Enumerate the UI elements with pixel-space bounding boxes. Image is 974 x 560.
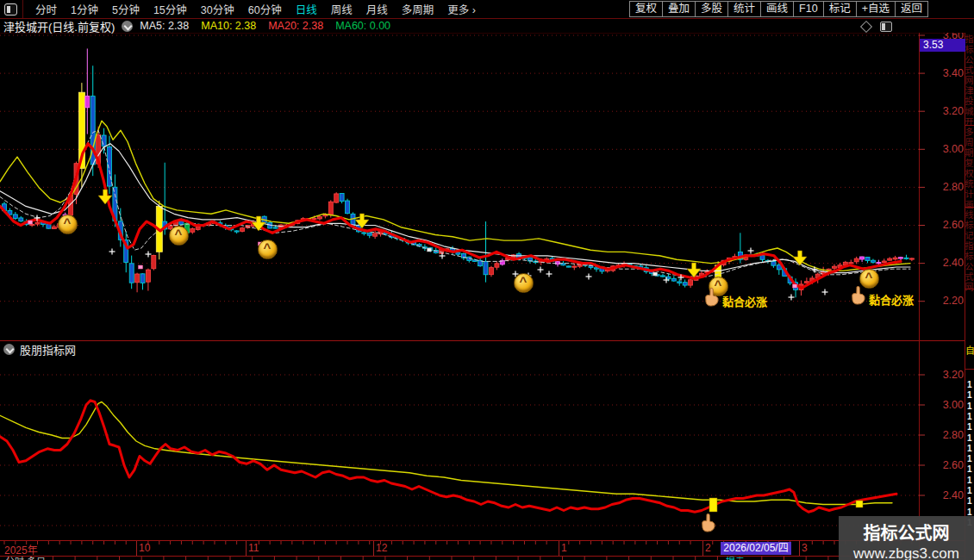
menu-item-period[interactable]: 60分钟 — [241, 1, 289, 17]
candle-body — [671, 278, 676, 281]
white-dot-marker — [653, 272, 658, 276]
pink-dot-marker — [793, 284, 797, 288]
candle-body — [677, 282, 682, 283]
candle-body — [854, 258, 858, 262]
candle-body — [240, 228, 245, 232]
white-dot-marker — [428, 248, 432, 252]
price-axis-label: 2.60 — [922, 459, 964, 471]
period-menu: 分时1分钟5分钟15分钟30分钟60分钟日线周线月线多周期更多 › — [28, 1, 483, 17]
chart-canvas[interactable] — [0, 0, 974, 560]
price-axis-label: 2.80 — [922, 429, 964, 441]
coin-signal-icon: ^ — [58, 215, 78, 234]
menu-item-period[interactable]: 分时 — [28, 1, 64, 17]
chevron-down-icon[interactable] — [3, 344, 15, 355]
candle-body — [566, 266, 571, 267]
menu-item-period[interactable]: 更多 › — [440, 1, 483, 17]
watermark: 指标公式网 www.zbgs3.com — [839, 516, 974, 560]
trading-app-window: 分时1分钟5分钟15分钟30分钟60分钟日线周线月线多周期更多 › 复权叠加多股… — [0, 0, 974, 560]
chevron-down-icon[interactable] — [122, 21, 133, 32]
menu-item-period[interactable]: 30分钟 — [194, 1, 241, 17]
chevron-up-glyph: ^ — [64, 219, 72, 227]
hand-cursor-icon — [850, 286, 866, 308]
menu-item-period[interactable]: 多周期 — [395, 1, 441, 17]
candle-body — [196, 227, 200, 230]
sub-indicator-name: 股朋指标网 — [20, 341, 76, 358]
coin-signal-icon: ^ — [169, 226, 189, 246]
candle-body — [85, 96, 90, 108]
clipped-list-digit: 1 — [967, 496, 972, 506]
diamond-icon[interactable] — [860, 21, 872, 33]
candle-body — [317, 216, 322, 219]
candle-body — [456, 252, 460, 254]
candle-body — [760, 255, 765, 259]
ma-legend: MA5: 2.38MA10: 2.38MA20: 2.38MA60: 0.00 — [140, 20, 403, 32]
candle-body — [102, 135, 106, 146]
clipped-list-digit: 1 — [967, 507, 972, 517]
time-axis-label: 3 — [802, 542, 808, 554]
window-panel-icon[interactable] — [4, 3, 17, 16]
hand-cursor-icon — [703, 288, 720, 310]
menu-item-active-period[interactable]: 日线 — [289, 1, 324, 17]
clipped-panel-divider — [965, 207, 974, 208]
candle-body — [689, 280, 693, 285]
chevron-up-glyph: ^ — [520, 277, 528, 286]
price-axis-label: 2.40 — [922, 489, 964, 501]
clipped-list-digit: 1 — [967, 486, 972, 495]
sidebar-tab-zixuan[interactable]: 自 — [965, 343, 974, 357]
toolbar-button[interactable]: F10 — [793, 1, 824, 17]
clipped-bottom-label: 提示 — [726, 557, 745, 560]
candle-body — [190, 229, 195, 233]
candle-body — [373, 233, 378, 236]
price-axis-label: 2.60 — [922, 219, 964, 231]
signal-line-red — [0, 144, 901, 289]
sub-signal-square — [709, 498, 717, 512]
price-axis-label: 2.40 — [922, 257, 964, 269]
split-panel-icon[interactable] — [880, 22, 892, 32]
toolbar-button[interactable]: 统计 — [727, 1, 761, 17]
candle-body — [13, 215, 17, 219]
toolbar-button[interactable]: 标记 — [823, 1, 857, 17]
menu-item-period[interactable]: 5分钟 — [105, 1, 147, 17]
price-axis-label: 2.20 — [922, 295, 964, 307]
sub-indicator-header[interactable]: 股朋指标网 — [3, 343, 76, 356]
menu-item-period[interactable]: 月线 — [359, 1, 395, 17]
menu-item-period[interactable]: 周线 — [324, 1, 359, 17]
candle-body — [346, 201, 350, 214]
menu-divider — [22, 0, 23, 18]
price-axis-label: 3.00 — [922, 399, 964, 411]
toolbar-button[interactable]: 多股 — [695, 1, 728, 17]
toolbar-button[interactable]: 画线 — [760, 1, 794, 17]
clipped-list-digit: 1 — [967, 444, 972, 453]
hand-cursor-icon — [700, 513, 716, 536]
max-price-badge: 3.53 — [920, 39, 967, 52]
watermark-url: www.zbgs3.com — [839, 545, 974, 560]
candle-body — [777, 265, 781, 270]
buy-signal-text: 黏合必涨 — [869, 291, 914, 308]
sell-arrow-icon — [687, 263, 701, 277]
clipped-panel-divider — [965, 369, 974, 370]
toolbar-button[interactable]: 返回 — [895, 1, 928, 17]
clipped-right-panel: 指标公式网津投城开多周期复权统计画线标记指标公式网 自 111111111111… — [965, 0, 974, 560]
ma-legend-item: MA60: 0.00 — [335, 20, 390, 32]
candle-body — [893, 258, 897, 259]
time-axis-label: 1 — [561, 542, 567, 554]
clipped-list-digit: 1 — [967, 476, 972, 485]
sub-line-yellow — [0, 402, 892, 505]
chevron-up-glyph: ^ — [175, 230, 183, 239]
menu-item-period[interactable]: 1分钟 — [64, 1, 105, 17]
sell-arrow-icon — [98, 190, 112, 204]
candle-body — [833, 266, 837, 268]
menu-item-period[interactable]: 15分钟 — [147, 1, 194, 17]
price-axis-label: 3.40 — [922, 67, 964, 79]
toolbar-button[interactable]: 叠加 — [662, 1, 696, 17]
toolbar-button[interactable]: 复权 — [629, 1, 663, 17]
candle-body — [888, 258, 892, 260]
candle-body — [312, 218, 316, 219]
clipped-list-digit: 1 — [967, 380, 972, 389]
time-axis-label: 2 — [705, 542, 711, 554]
clipped-list-digit: 1 — [967, 464, 972, 474]
clipped-list-digit: 1 — [967, 401, 972, 411]
candle-body — [490, 268, 494, 275]
toolbar-button[interactable]: +自选 — [856, 1, 896, 17]
candle-body — [362, 233, 366, 233]
